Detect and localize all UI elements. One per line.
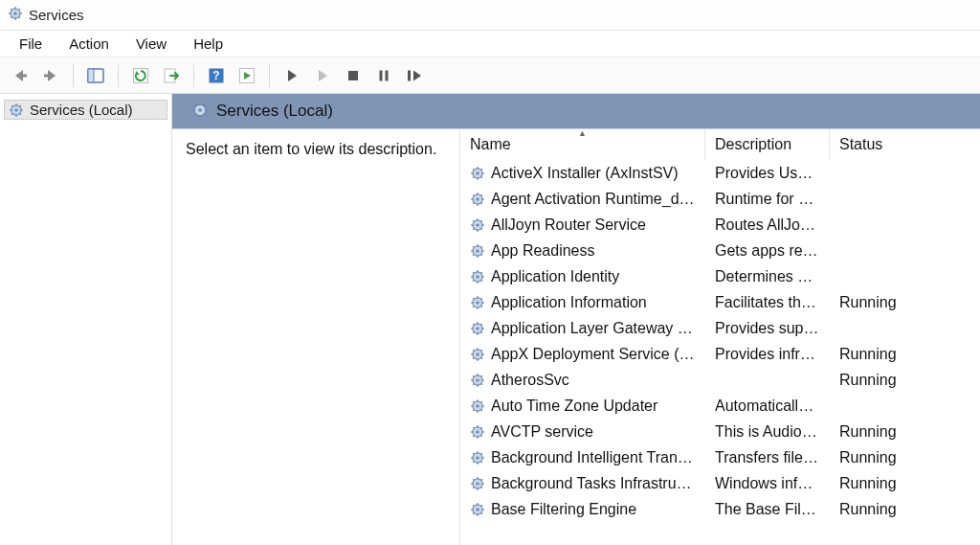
cell-status <box>830 263 925 289</box>
cell-status: Running <box>830 341 925 367</box>
cell-description: Runtime for … <box>705 186 830 212</box>
stop-service-button[interactable] <box>341 63 366 88</box>
start-service-disabled-button[interactable] <box>310 63 335 88</box>
service-row[interactable]: AllJoyn Router ServiceRoutes AllJo… <box>460 212 980 238</box>
help-button[interactable]: ? <box>204 63 229 88</box>
service-name-label: App Readiness <box>491 242 696 260</box>
cell-description: Transfers file… <box>705 444 830 470</box>
service-row[interactable]: Application InformationFacilitates th…Ru… <box>460 289 980 315</box>
restart-service-button[interactable] <box>402 63 427 88</box>
cell-name: App Readiness <box>460 238 705 263</box>
tree-node-services-local[interactable]: Services (Local) <box>4 100 167 120</box>
cell-name: Agent Activation Runtime_d… <box>460 186 705 212</box>
service-name-label: AVCTP service <box>491 423 696 441</box>
service-name-label: Background Tasks Infrastruc… <box>491 475 696 492</box>
service-gear-icon <box>470 424 485 440</box>
back-button[interactable] <box>8 63 33 88</box>
svg-text:?: ? <box>212 69 219 82</box>
cell-name: Background Tasks Infrastruc… <box>460 470 705 496</box>
cell-name: AVCTP service <box>460 419 705 444</box>
menu-action[interactable]: Action <box>56 34 122 54</box>
cell-name: Base Filtering Engine <box>460 496 705 522</box>
cell-name: AtherosSvc <box>460 367 705 393</box>
cell-status <box>830 238 925 263</box>
service-list: ▲ Name Description Status ActiveX Instal… <box>459 129 980 545</box>
column-header-description[interactable]: Description <box>705 129 830 160</box>
menu-bar: File Action View Help <box>0 31 980 57</box>
svg-rect-20 <box>380 70 383 80</box>
cell-status: Running <box>830 419 925 444</box>
service-row[interactable]: App ReadinessGets apps re… <box>460 238 980 263</box>
service-row[interactable]: Base Filtering EngineThe Base Filt…Runni… <box>460 496 980 522</box>
svg-rect-19 <box>348 71 358 80</box>
show-hide-console-tree-button[interactable] <box>83 63 108 88</box>
forward-button[interactable] <box>38 63 63 88</box>
header-title: Services (Local) <box>216 102 333 121</box>
header-gear-icon <box>191 102 209 122</box>
column-header-status[interactable]: Status <box>830 129 925 160</box>
service-row[interactable]: AppX Deployment Service (A…Provides infr… <box>460 341 980 367</box>
column-header-name[interactable]: ▲ Name <box>460 129 705 160</box>
service-name-label: Application Identity <box>491 268 696 285</box>
svg-rect-21 <box>386 70 389 80</box>
start-service-button[interactable] <box>279 63 304 88</box>
pause-service-button[interactable] <box>371 63 396 88</box>
service-row[interactable]: Background Intelligent Tran…Transfers fi… <box>460 444 980 470</box>
cell-status: Running <box>830 470 925 496</box>
menu-help[interactable]: Help <box>180 34 236 54</box>
cell-status <box>830 186 925 212</box>
service-gear-icon <box>470 476 485 491</box>
service-row[interactable]: AVCTP serviceThis is Audio…Running <box>460 419 980 444</box>
window-title: Services <box>29 7 84 23</box>
description-pane: Select an item to view its description. <box>172 129 459 545</box>
service-row[interactable]: Application IdentityDetermines … <box>460 263 980 289</box>
service-row[interactable]: Application Layer Gateway S…Provides sup… <box>460 315 980 341</box>
cell-status: Running <box>830 496 925 522</box>
list-header: ▲ Name Description Status <box>460 129 980 160</box>
main-pane: Services (Local) Select an item to view … <box>172 94 980 545</box>
cell-status <box>830 160 925 186</box>
cell-description: Provides sup… <box>705 315 830 341</box>
title-bar: Services <box>0 0 980 31</box>
toolbar-separator <box>73 64 74 87</box>
svg-rect-11 <box>44 74 50 77</box>
export-list-button[interactable] <box>159 63 184 88</box>
service-gear-icon <box>470 295 485 310</box>
refresh-button[interactable] <box>128 63 153 88</box>
service-row[interactable]: Background Tasks Infrastruc…Windows inf…… <box>460 470 980 496</box>
service-gear-icon <box>470 192 485 207</box>
service-gear-icon <box>470 269 485 284</box>
cell-description: This is Audio… <box>705 419 830 444</box>
service-name-label: Base Filtering Engine <box>491 501 696 518</box>
service-name-label: AtherosSvc <box>491 372 696 389</box>
menu-file[interactable]: File <box>6 34 56 54</box>
sort-asc-icon: ▲ <box>578 129 587 138</box>
menu-view[interactable]: View <box>122 34 180 54</box>
service-gear-icon <box>470 502 485 517</box>
service-row[interactable]: Agent Activation Runtime_d…Runtime for … <box>460 186 980 212</box>
service-row[interactable]: ActiveX Installer (AxInstSV)Provides Use… <box>460 160 980 186</box>
service-name-label: ActiveX Installer (AxInstSV) <box>491 165 696 182</box>
service-gear-icon <box>470 166 485 181</box>
cell-description: Automaticall… <box>705 393 830 419</box>
service-row[interactable]: AtherosSvcRunning <box>460 367 980 393</box>
cell-status: Running <box>830 289 925 315</box>
cell-description: Determines … <box>705 263 830 289</box>
cell-status <box>830 315 925 341</box>
toolbar-separator <box>193 64 194 87</box>
properties-button[interactable] <box>234 63 259 88</box>
cell-status: Running <box>830 444 925 470</box>
service-row[interactable]: Auto Time Zone UpdaterAutomaticall… <box>460 393 980 419</box>
cell-name: ActiveX Installer (AxInstSV) <box>460 160 705 186</box>
cell-name: AllJoyn Router Service <box>460 212 705 238</box>
service-name-label: AppX Deployment Service (A… <box>491 346 696 363</box>
cell-description: The Base Filt… <box>705 496 830 522</box>
cell-description: Facilitates th… <box>705 289 830 315</box>
cell-description: Routes AllJo… <box>705 212 830 238</box>
svg-rect-13 <box>88 69 94 82</box>
cell-description: Gets apps re… <box>705 238 830 263</box>
app-gear-icon <box>8 6 23 24</box>
service-name-label: Auto Time Zone Updater <box>491 397 696 415</box>
toolbar: ? <box>0 57 980 94</box>
toolbar-separator <box>269 64 270 87</box>
